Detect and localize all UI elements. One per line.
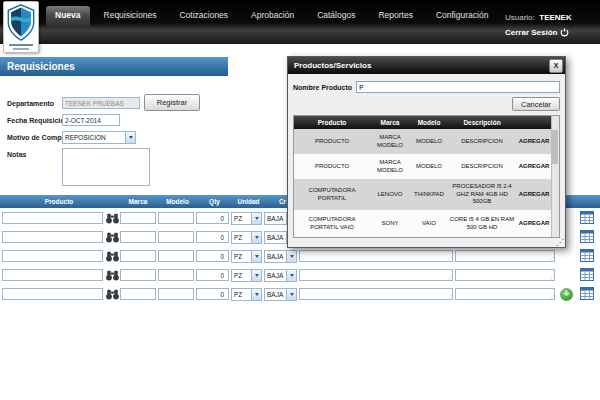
agregar-link[interactable]: AGREGAR xyxy=(516,210,552,237)
scrollbar-thumb[interactable] xyxy=(552,130,558,164)
grid-row: PZ BAJA ⋰ ⋰ + xyxy=(0,285,600,304)
chevron-down-icon xyxy=(286,289,296,300)
unidad-select[interactable]: PZ xyxy=(231,269,262,282)
shield-logo-icon xyxy=(6,4,36,42)
producto-input[interactable] xyxy=(2,231,103,243)
modelo-cell: THINKPAD xyxy=(410,179,448,210)
col-header-accion xyxy=(516,116,552,129)
marca-input[interactable] xyxy=(120,212,156,224)
chevron-down-icon xyxy=(251,251,261,262)
unidad-value: PZ xyxy=(232,234,251,241)
descripcion-input[interactable] xyxy=(299,288,453,300)
agregar-link[interactable]: AGREGAR xyxy=(516,179,552,210)
unidad-value: PZ xyxy=(232,272,251,279)
observaciones-input[interactable] xyxy=(455,269,555,281)
chevron-down-icon xyxy=(251,270,261,281)
product-row: COMPUTADORA PORTATIL VAIO SONY VAIO CORE… xyxy=(294,210,552,237)
search-product-icon[interactable] xyxy=(106,289,119,300)
search-product-icon[interactable] xyxy=(106,213,119,224)
search-product-icon[interactable] xyxy=(106,270,119,281)
add-row-icon[interactable]: + xyxy=(560,288,573,301)
nav-item-nueva[interactable]: Nueva xyxy=(46,6,90,27)
product-row: PRODUCTO MARCA MODELO MODELO DESCRIPCION… xyxy=(294,129,552,154)
nav-item-reportes[interactable]: Reportes xyxy=(369,6,422,27)
marca-input[interactable] xyxy=(120,231,156,243)
marca-input[interactable] xyxy=(120,250,156,262)
row-detail-icon[interactable] xyxy=(580,211,594,224)
row-detail-icon[interactable] xyxy=(580,249,594,262)
row-detail-icon[interactable] xyxy=(580,287,594,300)
productos-servicios-modal: Productos/Servicios X Nombre Producto Ca… xyxy=(287,56,566,248)
row-detail-icon[interactable] xyxy=(580,268,594,281)
unidad-select[interactable]: PZ xyxy=(231,250,262,263)
modelo-input[interactable] xyxy=(158,250,194,262)
user-info: Usuario: TEENEK xyxy=(505,6,572,24)
marca-cell: LENOVO xyxy=(370,179,410,210)
departamento-label: Departamento xyxy=(7,100,54,107)
nav-item-catalogos[interactable]: Catálogos xyxy=(308,6,364,27)
producto-cell: COMPUTADORA PORTATIL VAIO xyxy=(294,210,370,237)
descripcion-cell: PROCESADOR I5 2.4 GHZ RAM 4GB HD 500GB xyxy=(448,179,516,210)
scrollbar[interactable] xyxy=(551,116,559,237)
unidad-value: PZ xyxy=(232,291,251,298)
marca-cell: MARCA MODELO xyxy=(370,129,410,154)
logout-button[interactable]: Cerrar Sesión xyxy=(505,28,572,37)
registrar-button[interactable]: Registrar xyxy=(144,94,200,111)
search-product-icon[interactable] xyxy=(106,232,119,243)
producto-cell: PRODUCTO xyxy=(294,154,370,179)
producto-cell: PRODUCTO xyxy=(294,129,370,154)
notas-label: Notas xyxy=(7,151,26,158)
qty-input[interactable] xyxy=(196,250,229,262)
modal-title: Productos/Servicios xyxy=(294,61,371,70)
agregar-link[interactable]: AGREGAR xyxy=(516,154,552,179)
nav-item-configuracion[interactable]: Configuración xyxy=(427,6,497,27)
criticidad-select[interactable]: BAJA xyxy=(264,250,297,263)
producto-input[interactable] xyxy=(2,269,103,281)
producto-input[interactable] xyxy=(2,288,103,300)
unidad-select[interactable]: PZ xyxy=(231,288,262,301)
qty-input[interactable] xyxy=(196,212,229,224)
observaciones-input[interactable] xyxy=(455,250,555,262)
resize-grip-icon[interactable]: ⋰ xyxy=(556,239,564,247)
criticidad-select[interactable]: BAJA xyxy=(264,269,297,282)
unidad-select[interactable]: PZ xyxy=(231,212,262,225)
marca-input[interactable] xyxy=(120,288,156,300)
producto-input[interactable] xyxy=(2,250,103,262)
row-detail-icon[interactable] xyxy=(580,230,594,243)
descripcion-cell: DESCRIPCION xyxy=(448,129,516,154)
nav-item-requisiciones[interactable]: Requisiciones xyxy=(95,6,166,27)
motivo-compra-select[interactable]: REPOSICION xyxy=(62,131,136,144)
close-icon[interactable]: X xyxy=(549,59,563,73)
nav-item-cotizaciones[interactable]: Cotizaciones xyxy=(170,6,237,27)
descripcion-input[interactable] xyxy=(299,250,453,262)
nav-item-aprobacion[interactable]: Aprobación xyxy=(242,6,303,27)
col-header-marca: Marca xyxy=(370,116,410,129)
nombre-producto-label: Nombre Producto xyxy=(293,84,352,91)
modelo-cell: MODELO xyxy=(410,154,448,179)
qty-input[interactable] xyxy=(196,288,229,300)
criticidad-select[interactable]: BAJA xyxy=(264,288,297,301)
modelo-input[interactable] xyxy=(158,212,194,224)
modelo-input[interactable] xyxy=(158,269,194,281)
modelo-input[interactable] xyxy=(158,288,194,300)
search-product-icon[interactable] xyxy=(106,251,119,262)
criticidad-value: BAJA xyxy=(265,272,286,279)
descripcion-input[interactable] xyxy=(299,269,453,281)
cancelar-button[interactable]: Cancelar xyxy=(512,97,560,111)
unidad-select[interactable]: PZ xyxy=(231,231,262,244)
departamento-input[interactable] xyxy=(62,97,140,109)
marca-input[interactable] xyxy=(120,269,156,281)
observaciones-input[interactable] xyxy=(455,288,555,300)
notas-textarea[interactable] xyxy=(62,148,150,186)
nombre-producto-input[interactable] xyxy=(356,81,560,93)
agregar-link[interactable]: AGREGAR xyxy=(516,129,552,154)
producto-input[interactable] xyxy=(2,212,103,224)
col-header-unidad: Unidad xyxy=(232,195,265,208)
modelo-input[interactable] xyxy=(158,231,194,243)
col-header-modelo: Modelo xyxy=(410,116,448,129)
qty-input[interactable] xyxy=(196,269,229,281)
fecha-requisicion-input[interactable] xyxy=(62,114,120,126)
logout-label: Cerrar Sesión xyxy=(505,28,557,37)
qty-input[interactable] xyxy=(196,231,229,243)
results-header: Producto Marca Modelo Descripción xyxy=(294,116,552,129)
